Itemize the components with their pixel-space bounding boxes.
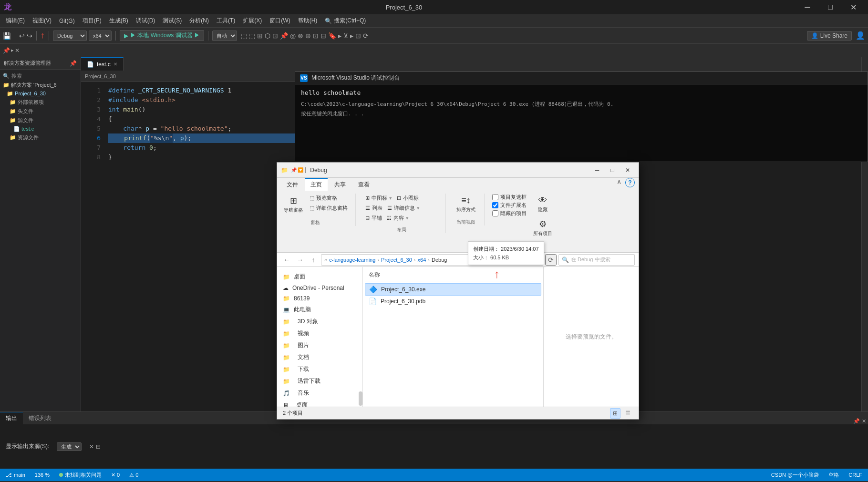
editor-tab-test-c[interactable]: 📄 test.c ✕ [81,57,124,71]
close-panel-icon[interactable]: ✕ [15,47,20,54]
fd-back-button[interactable]: ← [281,254,292,266]
fd-tab-share[interactable]: 共享 [329,178,351,191]
tb-icon-2[interactable]: ⬚ [249,32,255,40]
menu-window[interactable]: 窗口(W) [266,15,294,27]
fd-si-desktop[interactable]: 📁 桌面 [277,271,362,283]
close-button[interactable]: ✕ [842,0,864,14]
redo-icon[interactable]: ↪ [27,32,32,40]
tb-icon-7[interactable]: ◎ [290,32,296,40]
fd-nav-pane-btn[interactable]: ⊞ 导航窗格 [281,194,306,215]
menu-debug[interactable]: 调试(D) [132,15,159,27]
fd-si-docs[interactable]: 📁 文档 [277,351,362,363]
tb-icon-15[interactable]: ▸ [350,32,353,40]
menu-help[interactable]: 帮助(H) [294,15,321,27]
status-dot-indicator[interactable]: 未找到相关问题 [57,472,103,479]
fd-sort-btn[interactable]: ≡↕ 排序方式 [454,194,478,215]
arch-select[interactable]: x64 x86 [89,31,112,41]
menu-analyze[interactable]: 分析(N) [186,15,213,27]
tb-icon-8[interactable]: ⊛ [298,32,303,40]
tb-icon-17[interactable]: ⟳ [363,32,369,40]
fd-preview-pane-btn[interactable]: ⬚ 预览窗格 [308,194,350,203]
debug-config-select[interactable]: Debug Release [53,31,87,41]
fd-si-onedrive[interactable]: ☁ OneDrive - Personal [277,283,362,293]
tb-icon-10[interactable]: ⊡ [313,32,319,40]
output-clear-icon[interactable]: ✕ [89,443,94,450]
solution-root[interactable]: 📁 解决方案 'Project_6 [0,81,81,90]
output-tab[interactable]: 输出 [0,412,23,424]
fd-forward-button[interactable]: → [294,254,306,266]
fd-list-view-btn[interactable]: ☰ [622,408,633,419]
fd-help-icon[interactable]: ? [625,178,635,187]
auto-select[interactable]: 自动 [212,31,237,41]
fd-bc-x64[interactable]: x64 [418,257,426,263]
fd-tab-home[interactable]: 主页 [305,178,328,191]
tb-icon-11[interactable]: ⊟ [320,32,326,40]
fd-details-btn[interactable]: ☰详细信息▾ [385,204,422,213]
fd-medium-icons-btn[interactable]: ⊞中图标▾ [363,194,394,203]
errors-tab[interactable]: 错误列表 [23,412,57,424]
status-zoom[interactable]: 136 % [33,472,52,478]
live-share-button[interactable]: 👤 Live Share [807,31,852,41]
fd-search-box[interactable]: 🔍 在 Debug 中搜索 [558,254,635,266]
fd-up-button[interactable]: ↑ [308,254,319,266]
fd-si-downloads[interactable]: 📁 下载 [277,363,362,375]
fd-tab-file[interactable]: 文件 [281,178,304,191]
minimize-button[interactable]: ─ [796,0,818,14]
tb-icon-1[interactable]: ⬚ [241,32,247,40]
status-warnings[interactable]: ⚠ 0 [127,472,140,478]
fd-maximize-button[interactable]: □ [605,165,620,175]
menu-git[interactable]: Git(G) [55,16,79,26]
undo-icon[interactable]: ↩ [19,32,25,40]
status-spaces[interactable]: 空格 [827,472,841,479]
output-filter-icon[interactable]: ⊟ [96,443,101,450]
fd-tile-btn[interactable]: ⊟平铺 [363,214,384,223]
tb-icon-4[interactable]: ⬡ [265,32,270,40]
fd-bc-project[interactable]: Project_6_30 [381,257,412,263]
output-panel-close[interactable]: ✕ [862,418,866,424]
fd-detail-pane-btn[interactable]: ⬚ 详细信息窗格 [308,204,350,213]
fd-si-3d[interactable]: 📁 3D 对象 [277,316,362,328]
fd-file-pdb[interactable]: 📄 Project_6_30.pdb [365,296,541,307]
fd-small-icons-btn[interactable]: ⊡小图标 [395,194,421,203]
fd-sidebar-scrollbar[interactable] [359,391,362,406]
menu-project[interactable]: 项目(P) [79,15,105,27]
tb-icon-3[interactable]: ⊞ [257,32,263,40]
tb-icon-13[interactable]: ▸ [338,32,341,40]
fd-file-exe[interactable]: 🔷 Project_6_30.exe [365,283,541,296]
fd-options-btn[interactable]: ⚙ 所有项目 [530,217,555,239]
source-files-folder[interactable]: 📁 源文件 [0,116,81,125]
status-git-branch[interactable]: ⎇ main [4,472,27,478]
fd-hide-btn[interactable]: 👁 隐藏 [534,194,551,215]
output-panel-pin[interactable]: 📌 [853,418,860,424]
fd-refresh-button[interactable]: ⟳ [545,254,557,266]
fd-list-btn[interactable]: ☰列表 [363,204,384,213]
menu-build[interactable]: 生成(B) [105,15,132,27]
project-node[interactable]: 📁 Project_6_30 [0,90,81,98]
fd-si-desktop2[interactable]: 🖥 桌面 [277,399,362,407]
fd-item-checkbox[interactable] [492,194,498,200]
menu-view[interactable]: 视图(V) [29,15,55,27]
tb-icon-9[interactable]: ⊕ [305,32,311,40]
resource-files[interactable]: 📁 资源文件 [0,133,81,142]
fd-si-86139[interactable]: 📁 86139 [277,293,362,304]
external-deps[interactable]: 📁 外部依赖项 [0,98,81,107]
fd-minimize-button[interactable]: ─ [590,165,604,175]
fd-tab-view[interactable]: 查看 [352,178,375,191]
fd-bc-lang-learning[interactable]: c-language-learning [329,257,375,263]
run-button[interactable]: ▶ ▶ 本地 Windows 调试器 ▶ [120,30,204,41]
output-source-select[interactable]: 生成 [57,442,82,451]
fd-ext-checkbox-label[interactable]: 文件扩展名 [492,202,527,209]
tb-icon-5[interactable]: ⊡ [272,32,278,40]
fd-collapse-icon[interactable]: ∧ [615,178,623,191]
status-right-info[interactable]: CSDN @一个小脑袋 [769,472,821,479]
tb-icon-12[interactable]: 🔖 [328,32,336,40]
tb-icon-6[interactable]: 📌 [280,32,288,40]
fd-si-thispc[interactable]: 💻 此电脑 [277,304,362,316]
fd-si-music[interactable]: 🎵 音乐 [277,387,362,399]
maximize-button[interactable]: □ [819,0,841,14]
menu-extensions[interactable]: 扩展(X) [239,15,266,27]
fd-hidden-checkbox-label[interactable]: 隐藏的项目 [492,210,527,217]
tab-close-icon[interactable]: ✕ [114,62,117,67]
fd-item-checkbox-label[interactable]: 项目复选框 [492,194,527,201]
menu-tools[interactable]: 工具(T) [213,15,239,27]
